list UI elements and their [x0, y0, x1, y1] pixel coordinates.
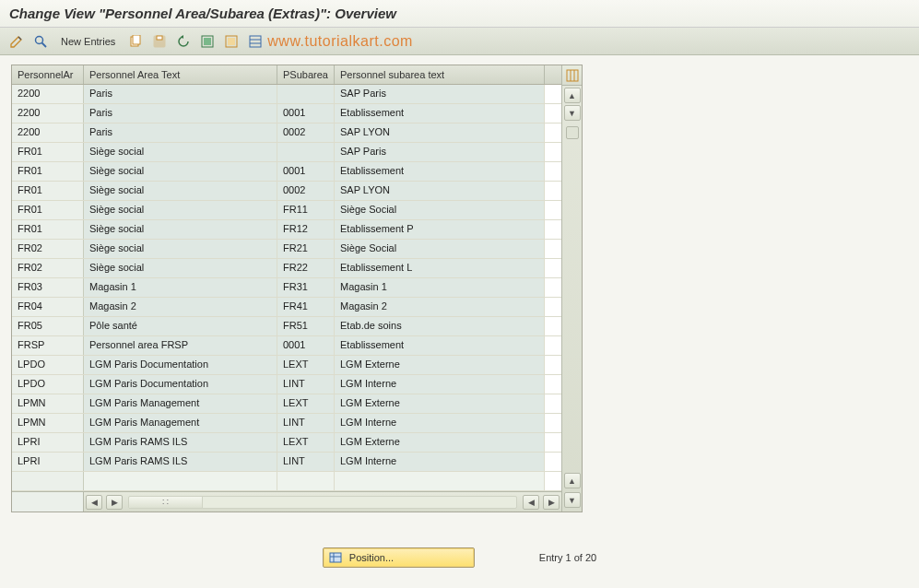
table-row[interactable]: 2200Paris0002SAP LYON	[12, 123, 561, 143]
cell-pat[interactable]: Paris	[84, 123, 277, 142]
cell-pst[interactable]: SAP LYON	[335, 182, 545, 200]
cell-pa[interactable]: FR01	[12, 220, 84, 239]
select-all-icon[interactable]	[198, 32, 217, 51]
cell-pa[interactable]: FR02	[12, 240, 84, 258]
cell-ps[interactable]: 0001	[277, 162, 335, 181]
table-row[interactable]: FR05Pôle santéFR51Etab.de soins	[12, 317, 561, 336]
cell-pst[interactable]: LGM Interne	[335, 375, 545, 394]
cell-pat[interactable]: Siège social	[84, 240, 277, 258]
cell-pst[interactable]: SAP Paris	[335, 143, 545, 161]
cell-pat[interactable]: Siège social	[84, 220, 277, 239]
hscroll-left-arrow-icon[interactable]: ◀	[86, 495, 102, 510]
cell-pa[interactable]: 2200	[12, 123, 84, 142]
cell-pa[interactable]: LPDO	[12, 356, 84, 374]
cell-pat[interactable]: Siège social	[84, 143, 277, 161]
cell-ps[interactable]	[277, 85, 335, 103]
cell-pat[interactable]: LGM Paris Documentation	[84, 356, 277, 374]
cell-pst[interactable]: Etablissement	[335, 336, 545, 355]
cell-ps[interactable]: LINT	[277, 453, 335, 471]
table-row[interactable]: LPMNLGM Paris ManagementLEXTLGM Externe	[12, 394, 561, 414]
vscroll-thumb[interactable]	[566, 126, 579, 139]
cell-pa[interactable]: 2200	[12, 85, 84, 103]
copy-as-icon[interactable]	[126, 32, 145, 51]
cell-ps[interactable]: LINT	[277, 375, 335, 394]
cell-ps[interactable]: FR21	[277, 240, 335, 258]
cell-pst[interactable]: Etablissement	[335, 162, 545, 181]
cell-ps[interactable]: 0001	[277, 104, 335, 123]
cell-pa[interactable]: FR02	[12, 259, 84, 277]
cell-pst[interactable]: Etablissement L	[335, 259, 545, 277]
table-row[interactable]: FR01Siège socialFR11Siège Social	[12, 201, 561, 220]
cell-pst[interactable]: Siège Social	[335, 240, 545, 258]
cell-pat[interactable]: LGM Paris Management	[84, 394, 277, 413]
cell-pat[interactable]: LGM Paris RAMS ILS	[84, 453, 277, 471]
hscroll-thumb[interactable]: ∷	[129, 497, 203, 508]
vscroll-down-icon[interactable]: ▼	[564, 105, 581, 121]
vscroll-up-icon[interactable]: ▲	[564, 88, 581, 103]
cell-pst[interactable]: SAP Paris	[335, 85, 545, 103]
table-row[interactable]: 2200Paris0001Etablissement	[12, 104, 561, 123]
table-row[interactable]: FR02Siège socialFR21Siège Social	[12, 240, 561, 259]
cell-pst[interactable]: Etablissement	[335, 104, 545, 123]
cell-ps[interactable]: LEXT	[277, 356, 335, 374]
cell-pst[interactable]: Magasin 2	[335, 298, 545, 316]
table-row[interactable]: FR03Magasin 1FR31Magasin 1	[12, 278, 561, 298]
hscroll-left-arrow2-icon[interactable]: ◀	[523, 495, 539, 510]
table-row[interactable]: LPDOLGM Paris DocumentationLINTLGM Inter…	[12, 375, 561, 394]
table-row[interactable]: 2200ParisSAP Paris	[12, 85, 561, 104]
cell-pat[interactable]: Magasin 2	[84, 298, 277, 316]
cell-pat[interactable]: Siège social	[84, 162, 277, 181]
hscroll-right-arrow2-icon[interactable]: ▶	[543, 495, 560, 510]
table-row[interactable]: LPDOLGM Paris DocumentationLEXTLGM Exter…	[12, 356, 561, 375]
cell-pa[interactable]: FRSP	[12, 336, 84, 355]
cell-pat[interactable]: LGM Paris Documentation	[84, 375, 277, 394]
position-button[interactable]: Position...	[323, 547, 475, 568]
table-row[interactable]: FR01Siège socialFR12Etablissement P	[12, 220, 561, 240]
hscroll-right-arrow-icon[interactable]: ▶	[106, 495, 123, 510]
cell-ps[interactable]: 0001	[277, 336, 335, 355]
cell-pst[interactable]: Etablissement P	[335, 220, 545, 239]
cell-pa[interactable]: FR01	[12, 182, 84, 200]
cell-pa[interactable]: LPRI	[12, 453, 84, 471]
cell-ps[interactable]: FR41	[277, 298, 335, 316]
table-row[interactable]: LPRILGM Paris RAMS ILSLINTLGM Interne	[12, 453, 561, 472]
cell-pat[interactable]: Paris	[84, 104, 277, 123]
cell-pat[interactable]: Siège social	[84, 201, 277, 219]
hscroll-track[interactable]: ∷	[128, 496, 517, 509]
cell-ps[interactable]: FR11	[277, 201, 335, 219]
configure-columns-icon[interactable]	[562, 65, 582, 86]
table-row[interactable]: FRSPPersonnel area FRSP0001Etablissement	[12, 336, 561, 356]
cell-ps[interactable]	[277, 143, 335, 161]
cell-pa[interactable]: FR01	[12, 201, 84, 219]
cell-pa[interactable]: FR01	[12, 143, 84, 161]
cell-pat[interactable]: LGM Paris RAMS ILS	[84, 433, 277, 452]
toggle-display-change-icon[interactable]	[7, 32, 26, 51]
cell-pat[interactable]: Magasin 1	[84, 278, 277, 297]
col-header-psubarea[interactable]: PSubarea	[277, 65, 335, 84]
cell-pa[interactable]: LPMN	[12, 414, 84, 432]
deselect-all-icon[interactable]	[222, 32, 241, 51]
cell-ps[interactable]: FR51	[277, 317, 335, 335]
col-header-personnel-area[interactable]: PersonnelAr	[12, 65, 84, 84]
cell-pa[interactable]: LPRI	[12, 433, 84, 452]
table-row[interactable]: FR01Siège social0001Etablissement	[12, 162, 561, 182]
vscroll-down2-icon[interactable]: ▼	[564, 492, 581, 508]
cell-ps[interactable]: FR31	[277, 278, 335, 297]
cell-pst[interactable]: Siège Social	[335, 201, 545, 219]
cell-pa[interactable]: LPMN	[12, 394, 84, 413]
cell-pst[interactable]: Etab.de soins	[335, 317, 545, 335]
cell-pat[interactable]: Siège social	[84, 182, 277, 200]
cell-ps[interactable]: 0002	[277, 123, 335, 142]
undo-icon[interactable]	[174, 32, 193, 51]
cell-pat[interactable]: Personnel area FRSP	[84, 336, 277, 355]
table-row[interactable]: FR04Magasin 2FR41Magasin 2	[12, 298, 561, 317]
cell-pst[interactable]: LGM Externe	[335, 433, 545, 452]
new-entries-button[interactable]: New Entries	[55, 34, 121, 49]
table-row[interactable]: FR01Siège socialSAP Paris	[12, 143, 561, 162]
vscroll-track[interactable]: ▲ ▼ ▲ ▼	[562, 86, 582, 512]
cell-pat[interactable]: LGM Paris Management	[84, 414, 277, 432]
table-row[interactable]: LPMNLGM Paris ManagementLINTLGM Interne	[12, 414, 561, 433]
cell-pst[interactable]: LGM Externe	[335, 356, 545, 374]
col-header-personnel-subarea-text[interactable]: Personnel subarea text	[335, 65, 545, 84]
col-header-personnel-area-text[interactable]: Personnel Area Text	[84, 65, 277, 84]
